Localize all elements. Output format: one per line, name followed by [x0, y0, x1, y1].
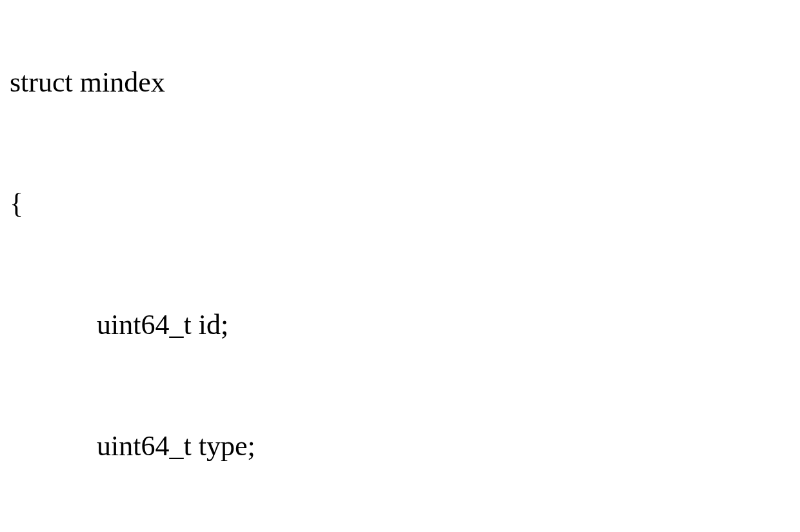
code-line-3: uint64_t id; — [10, 311, 800, 339]
code-snippet: struct mindex { uint64_t id; uint64_t ty… — [0, 0, 800, 532]
code-line-1: struct mindex — [10, 68, 800, 97]
code-line-4: uint64_t type; — [10, 432, 800, 460]
code-line-2: { — [10, 190, 800, 218]
